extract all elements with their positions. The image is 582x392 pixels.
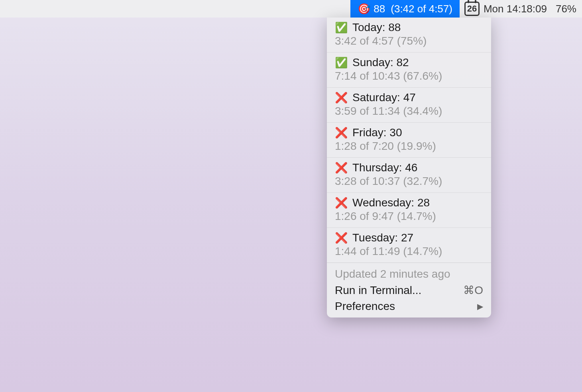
crossmark-icon: ❌ [335, 162, 348, 174]
menubar-app-status[interactable]: 🎯 88 (3:42 of 4:57) [350, 0, 460, 18]
day-title: ❌Friday: 30 [335, 126, 483, 139]
day-label: Friday: 30 [352, 126, 402, 139]
checkmark-icon: ✅ [335, 22, 348, 34]
run-terminal-menuitem[interactable]: Run in Terminal... ⌘O [327, 282, 491, 298]
day-label: Thursday: 46 [352, 161, 417, 174]
day-detail: 1:26 of 9:47 (14.7%) [335, 210, 483, 223]
checkmark-icon: ✅ [335, 57, 348, 69]
run-terminal-shortcut: ⌘O [463, 284, 483, 297]
day-item[interactable]: ❌Wednesday: 281:26 of 9:47 (14.7%) [327, 193, 491, 228]
menubar-time-progress: (3:42 of 4:57) [391, 3, 452, 15]
day-title: ❌Wednesday: 28 [335, 196, 483, 209]
day-item[interactable]: ❌Thursday: 463:28 of 10:37 (32.7%) [327, 158, 491, 193]
day-item[interactable]: ❌Friday: 301:28 of 7:20 (19.9%) [327, 123, 491, 158]
crossmark-icon: ❌ [335, 232, 348, 244]
dropdown-footer: Updated 2 minutes ago Run in Terminal...… [327, 263, 491, 314]
day-label: Wednesday: 28 [352, 196, 430, 209]
battery-percentage: 76% [556, 3, 576, 15]
day-detail: 1:28 of 7:20 (19.9%) [335, 140, 483, 153]
menubar-battery[interactable]: 76% [552, 0, 580, 18]
updated-status: Updated 2 minutes ago [327, 266, 491, 282]
day-label: Sunday: 82 [352, 56, 409, 69]
day-item[interactable]: ❌Saturday: 473:59 of 11:34 (34.4%) [327, 88, 491, 123]
menubar-datetime[interactable]: 26 Mon 14:18:09 [460, 0, 552, 18]
day-detail: 3:59 of 11:34 (34.4%) [335, 105, 483, 118]
dropdown-menu: ✅Today: 883:42 of 4:57 (75%)✅Sunday: 827… [327, 18, 491, 318]
day-title: ✅Today: 88 [335, 21, 483, 34]
submenu-arrow-icon: ▶ [477, 302, 483, 311]
crossmark-icon: ❌ [335, 197, 348, 209]
menubar-score: 88 [374, 3, 385, 15]
target-icon: 🎯 [358, 3, 370, 15]
run-terminal-label: Run in Terminal... [335, 284, 421, 297]
day-detail: 3:28 of 10:37 (32.7%) [335, 175, 483, 188]
preferences-label: Preferences [335, 300, 395, 313]
menubar: 🎯 88 (3:42 of 4:57) 26 Mon 14:18:09 76% [0, 0, 582, 18]
day-title: ❌Saturday: 47 [335, 91, 483, 104]
day-title: ✅Sunday: 82 [335, 56, 483, 69]
day-title: ❌Tuesday: 27 [335, 231, 483, 244]
day-label: Saturday: 47 [352, 91, 416, 104]
day-label: Today: 88 [352, 21, 401, 34]
menubar-day-time: Mon 14:18:09 [484, 3, 547, 15]
day-item[interactable]: ❌Tuesday: 271:44 of 11:49 (14.7%) [327, 228, 491, 263]
day-item[interactable]: ✅Today: 883:42 of 4:57 (75%) [327, 18, 491, 53]
preferences-menuitem[interactable]: Preferences ▶ [327, 298, 491, 314]
day-detail: 7:14 of 10:43 (67.6%) [335, 70, 483, 82]
calendar-icon: 26 [464, 2, 480, 16]
day-detail: 3:42 of 4:57 (75%) [335, 35, 483, 47]
crossmark-icon: ❌ [335, 92, 348, 104]
day-detail: 1:44 of 11:49 (14.7%) [335, 245, 483, 258]
day-item[interactable]: ✅Sunday: 827:14 of 10:43 (67.6%) [327, 53, 491, 88]
day-label: Tuesday: 27 [352, 231, 413, 244]
day-title: ❌Thursday: 46 [335, 161, 483, 174]
crossmark-icon: ❌ [335, 127, 348, 139]
